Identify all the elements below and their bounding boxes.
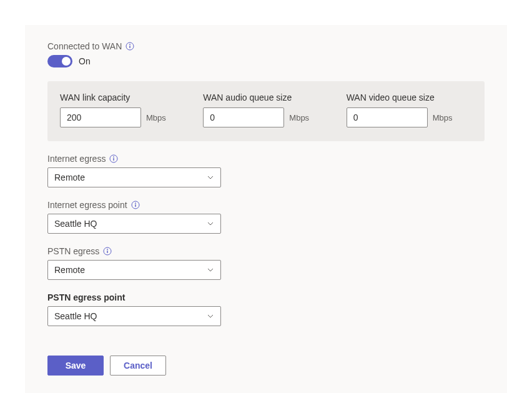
wan-video-queue-unit: Mbps <box>433 113 453 122</box>
svg-point-10 <box>107 249 108 250</box>
svg-point-4 <box>113 156 114 157</box>
svg-point-1 <box>129 44 131 45</box>
pstn-egress-point-label: PSTN egress point <box>47 292 125 302</box>
svg-rect-2 <box>130 46 131 48</box>
pstn-egress-label: PSTN egress <box>47 246 99 256</box>
connected-to-wan-toggle[interactable] <box>47 55 72 67</box>
wan-audio-queue-unit: Mbps <box>289 113 309 122</box>
chevron-down-icon <box>207 174 214 181</box>
internet-egress-value: Remote <box>54 172 85 182</box>
cancel-button[interactable]: Cancel <box>110 356 166 376</box>
wan-audio-queue-label: WAN audio queue size <box>203 92 328 102</box>
connected-to-wan-row: Connected to WAN <box>47 41 485 51</box>
info-icon[interactable] <box>103 247 112 256</box>
wan-video-queue-field: WAN video queue size Mbps <box>347 92 472 127</box>
internet-egress-point-label: Internet egress point <box>47 200 127 210</box>
internet-egress-select[interactable]: Remote <box>47 167 221 187</box>
internet-egress-point-select[interactable]: Seattle HQ <box>47 214 221 234</box>
wan-link-capacity-field: WAN link capacity Mbps <box>60 92 185 127</box>
pstn-egress-value: Remote <box>54 265 85 275</box>
pstn-egress-point-select[interactable]: Seattle HQ <box>47 306 221 326</box>
settings-panel: Connected to WAN On WAN link capacity Mb… <box>25 25 507 393</box>
action-buttons: Save Cancel <box>47 356 166 376</box>
wan-settings-box: WAN link capacity Mbps WAN audio queue s… <box>47 81 485 141</box>
wan-video-queue-label: WAN video queue size <box>347 92 472 102</box>
internet-egress-label: Internet egress <box>47 154 106 164</box>
internet-egress-point-value: Seattle HQ <box>54 219 97 229</box>
wan-video-queue-input[interactable] <box>347 107 428 127</box>
pstn-egress-point-group: PSTN egress point Seattle HQ <box>47 292 485 326</box>
chevron-down-icon <box>207 220 214 227</box>
connected-to-wan-label: Connected to WAN <box>47 41 122 51</box>
internet-egress-group: Internet egress Remote <box>47 154 485 187</box>
connected-to-wan-toggle-row: On <box>47 55 485 67</box>
info-icon[interactable] <box>109 154 118 163</box>
pstn-egress-select[interactable]: Remote <box>47 260 221 280</box>
internet-egress-point-group: Internet egress point Seattle HQ <box>47 200 485 234</box>
pstn-egress-group: PSTN egress Remote <box>47 246 485 280</box>
toggle-state-label: On <box>79 56 91 66</box>
pstn-egress-point-value: Seattle HQ <box>54 311 97 321</box>
svg-rect-5 <box>114 158 114 161</box>
svg-point-7 <box>135 202 136 204</box>
wan-link-capacity-input[interactable] <box>60 107 141 127</box>
svg-rect-8 <box>135 204 135 207</box>
wan-link-capacity-unit: Mbps <box>146 113 166 122</box>
info-icon[interactable] <box>126 42 134 51</box>
wan-link-capacity-label: WAN link capacity <box>60 92 185 102</box>
info-icon[interactable] <box>131 201 140 209</box>
wan-audio-queue-field: WAN audio queue size Mbps <box>203 92 328 127</box>
svg-rect-11 <box>107 251 108 253</box>
save-button[interactable]: Save <box>47 356 104 376</box>
chevron-down-icon <box>207 266 214 274</box>
chevron-down-icon <box>207 312 214 320</box>
wan-audio-queue-input[interactable] <box>203 107 284 127</box>
